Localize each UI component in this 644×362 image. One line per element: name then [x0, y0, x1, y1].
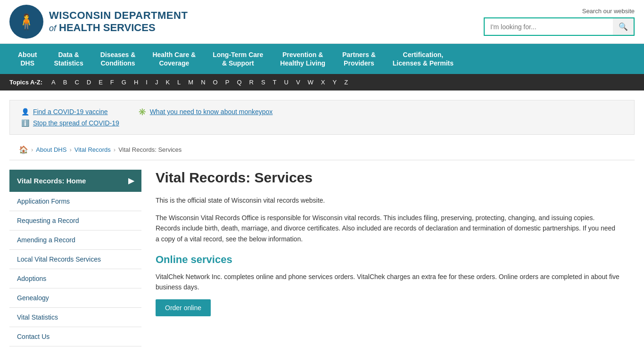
topic-l[interactable]: L: [175, 78, 183, 87]
breadcrumb-vital-records[interactable]: Vital Records: [74, 146, 111, 153]
search-input[interactable]: [485, 19, 613, 34]
home-icon[interactable]: 🏠: [19, 145, 28, 154]
topic-w[interactable]: W: [305, 78, 316, 87]
topic-y[interactable]: Y: [330, 78, 339, 87]
topic-m[interactable]: M: [186, 78, 196, 87]
online-services-body: VitalChek Network Inc. completes online …: [156, 272, 620, 293]
breadcrumb-sep-2: ›: [69, 146, 71, 153]
nav-certification[interactable]: Certification,Licenses & Permits: [384, 44, 462, 74]
topic-b[interactable]: B: [61, 78, 70, 87]
covid-vaccine-icon: 👤: [21, 108, 29, 115]
sidebar-item-application-forms[interactable]: Application Forms: [9, 192, 141, 211]
sidebar-item-contact-us[interactable]: Contact Us: [9, 327, 141, 346]
nav-long-term-care[interactable]: Long-Term Care& Support: [204, 44, 272, 74]
alert-right: ✳️ What you need to know about monkeypox: [138, 108, 273, 127]
alert-monkeypox: ✳️ What you need to know about monkeypox: [138, 108, 273, 115]
topic-g[interactable]: G: [119, 78, 129, 87]
sidebar-item-amending-record[interactable]: Amending a Record: [9, 230, 141, 250]
sidebar-item-adoptions[interactable]: Adoptions: [9, 269, 141, 288]
topics-label: Topics A-Z:: [9, 79, 42, 86]
site-header: 🧍 WISCONSIN DEPARTMENT of HEALTH SERVICE…: [0, 0, 644, 44]
topic-t[interactable]: T: [271, 78, 279, 87]
topic-q[interactable]: Q: [234, 78, 244, 87]
topic-r[interactable]: R: [247, 78, 256, 87]
topic-s[interactable]: S: [259, 78, 268, 87]
topic-e[interactable]: E: [96, 78, 105, 87]
topic-x[interactable]: X: [319, 78, 328, 87]
nav-diseases-conditions[interactable]: Diseases &Conditions: [92, 44, 144, 74]
search-button[interactable]: 🔍: [613, 18, 634, 35]
sidebar-active-label: Vital Records: Home: [17, 177, 86, 185]
monkeypox-icon: ✳️: [138, 108, 146, 115]
alert-bar: 👤 Find a COVID-19 vaccine ℹ️ Stop the sp…: [9, 100, 635, 135]
covid-vaccine-link[interactable]: Find a COVID-19 vaccine: [33, 108, 108, 115]
topic-j[interactable]: J: [153, 78, 161, 87]
breadcrumb-current: Vital Records: Services: [118, 146, 182, 153]
logo-text: WISCONSIN DEPARTMENT of HEALTH SERVICES: [49, 9, 188, 34]
topic-z[interactable]: Z: [342, 78, 350, 87]
page-intro: This is the official state of Wisconsin …: [156, 195, 620, 206]
sidebar-item-vital-records-home[interactable]: Vital Records: Home ▶: [9, 170, 141, 192]
breadcrumb: 🏠 › About DHS › Vital Records › Vital Re…: [9, 140, 635, 160]
online-services-title: Online services: [156, 254, 620, 266]
topic-d[interactable]: D: [84, 78, 93, 87]
logo-health: HEALTH SERVICES: [59, 22, 156, 34]
order-online-button[interactable]: Order online: [156, 299, 211, 316]
logo-circle: 🧍: [9, 5, 43, 39]
topic-a[interactable]: A: [49, 78, 58, 87]
topic-i[interactable]: I: [143, 78, 150, 87]
search-label: Search our website: [582, 8, 635, 15]
logo-area: 🧍 WISCONSIN DEPARTMENT of HEALTH SERVICE…: [9, 5, 188, 39]
alert-covid-spread: ℹ️ Stop the spread of COVID-19: [21, 119, 119, 127]
sidebar-item-local-vital-records[interactable]: Local Vital Records Services: [9, 250, 141, 269]
main-content: Vital Records: Services This is the offi…: [141, 170, 635, 346]
topic-c[interactable]: C: [72, 78, 81, 87]
topic-o[interactable]: O: [211, 78, 220, 87]
breadcrumb-sep-1: ›: [31, 146, 33, 153]
topic-p[interactable]: P: [223, 78, 232, 87]
logo-of: of: [49, 24, 56, 33]
logo-wi: WISCONSIN DEPARTMENT: [49, 9, 188, 22]
search-box: 🔍: [484, 17, 635, 36]
topic-h[interactable]: H: [132, 78, 140, 87]
sidebar-arrow-icon: ▶: [128, 176, 134, 185]
sidebar-item-vital-statistics[interactable]: Vital Statistics: [9, 308, 141, 327]
sidebar-item-requesting-record[interactable]: Requesting a Record: [9, 211, 141, 230]
nav-data-statistics[interactable]: Data &Statistics: [45, 44, 91, 74]
topics-bar: Topics A-Z: A B C D E F G H I J K L M N …: [0, 74, 644, 90]
nav-about-dhs[interactable]: AboutDHS: [9, 44, 45, 74]
nav-health-care[interactable]: Health Care &Coverage: [144, 44, 204, 74]
topic-u[interactable]: U: [282, 78, 291, 87]
sidebar-item-genealogy[interactable]: Genealogy: [9, 288, 141, 308]
covid-spread-link[interactable]: Stop the spread of COVID-19: [33, 119, 119, 127]
covid-spread-icon: ℹ️: [21, 119, 29, 127]
logo-figure-icon: 🧍: [17, 14, 36, 29]
alert-covid-vaccine: 👤 Find a COVID-19 vaccine: [21, 108, 119, 115]
breadcrumb-about-dhs[interactable]: About DHS: [36, 146, 66, 153]
page-body: The Wisconsin Vital Records Office is re…: [156, 213, 620, 244]
alert-left: 👤 Find a COVID-19 vaccine ℹ️ Stop the sp…: [21, 108, 119, 127]
search-area: Search our website 🔍: [484, 8, 635, 36]
breadcrumb-sep-3: ›: [114, 146, 116, 153]
topic-k[interactable]: K: [163, 78, 172, 87]
topic-f[interactable]: F: [108, 78, 116, 87]
topic-n[interactable]: N: [198, 78, 207, 87]
nav-prevention[interactable]: Prevention &Healthy Living: [272, 44, 334, 74]
page-title: Vital Records: Services: [156, 170, 620, 186]
sidebar: Vital Records: Home ▶ Application Forms …: [9, 170, 141, 346]
main-nav: AboutDHS Data &Statistics Diseases &Cond…: [0, 44, 644, 74]
content-area: Vital Records: Home ▶ Application Forms …: [0, 160, 644, 356]
monkeypox-link[interactable]: What you need to know about monkeypox: [150, 108, 273, 115]
nav-partners[interactable]: Partners &Providers: [334, 44, 384, 74]
topic-v[interactable]: V: [294, 78, 303, 87]
